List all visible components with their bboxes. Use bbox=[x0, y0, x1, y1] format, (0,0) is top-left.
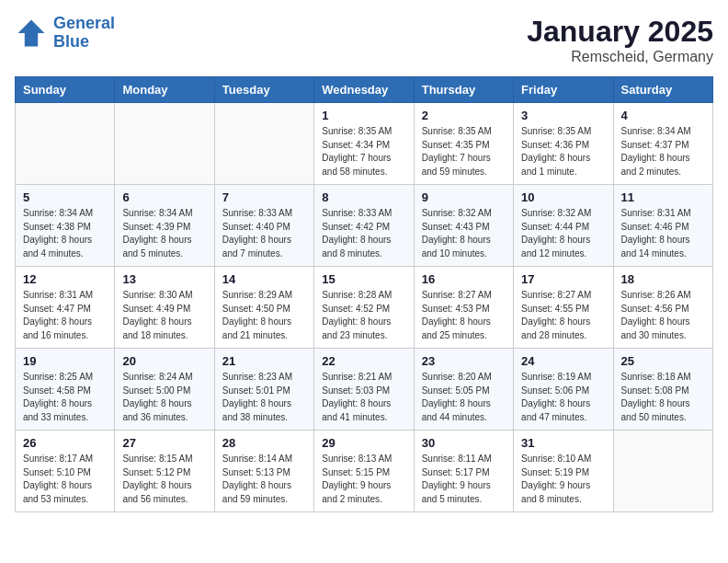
day-number: 13 bbox=[122, 272, 206, 286]
calendar-cell bbox=[16, 103, 115, 185]
day-number: 4 bbox=[621, 109, 705, 122]
calendar-cell: 7Sunrise: 8:33 AM Sunset: 4:40 PM Daylig… bbox=[214, 185, 313, 267]
calendar-cell: 18Sunrise: 8:26 AM Sunset: 4:56 PM Dayli… bbox=[613, 267, 712, 349]
calendar-week-1: 1Sunrise: 8:35 AM Sunset: 4:34 PM Daylig… bbox=[16, 103, 713, 185]
day-number: 31 bbox=[521, 436, 605, 450]
day-info: Sunrise: 8:11 AM Sunset: 5:17 PM Dayligh… bbox=[422, 453, 506, 506]
day-number: 3 bbox=[521, 109, 605, 122]
day-number: 15 bbox=[322, 272, 405, 286]
calendar-week-3: 12Sunrise: 8:31 AM Sunset: 4:47 PM Dayli… bbox=[16, 267, 713, 349]
day-info: Sunrise: 8:18 AM Sunset: 5:08 PM Dayligh… bbox=[621, 371, 705, 424]
day-info: Sunrise: 8:26 AM Sunset: 4:56 PM Dayligh… bbox=[621, 289, 705, 342]
day-number: 5 bbox=[23, 190, 107, 204]
calendar-title: January 2025 bbox=[527, 15, 713, 49]
calendar-cell: 19Sunrise: 8:25 AM Sunset: 4:58 PM Dayli… bbox=[16, 349, 115, 431]
day-info: Sunrise: 8:15 AM Sunset: 5:12 PM Dayligh… bbox=[122, 453, 206, 506]
calendar-cell: 25Sunrise: 8:18 AM Sunset: 5:08 PM Dayli… bbox=[613, 349, 712, 431]
day-number: 19 bbox=[23, 354, 107, 368]
day-header-wednesday: Wednesday bbox=[314, 77, 414, 103]
day-info: Sunrise: 8:21 AM Sunset: 5:03 PM Dayligh… bbox=[322, 371, 405, 424]
day-info: Sunrise: 8:35 AM Sunset: 4:36 PM Dayligh… bbox=[521, 125, 605, 178]
calendar-cell: 15Sunrise: 8:28 AM Sunset: 4:52 PM Dayli… bbox=[314, 267, 414, 349]
day-number: 28 bbox=[222, 436, 306, 450]
calendar-cell: 16Sunrise: 8:27 AM Sunset: 4:53 PM Dayli… bbox=[414, 267, 513, 349]
day-number: 11 bbox=[621, 190, 705, 204]
calendar-cell: 22Sunrise: 8:21 AM Sunset: 5:03 PM Dayli… bbox=[314, 349, 414, 431]
calendar-cell: 12Sunrise: 8:31 AM Sunset: 4:47 PM Dayli… bbox=[16, 267, 115, 349]
day-number: 25 bbox=[621, 354, 705, 368]
day-info: Sunrise: 8:32 AM Sunset: 4:44 PM Dayligh… bbox=[521, 207, 605, 260]
day-info: Sunrise: 8:35 AM Sunset: 4:35 PM Dayligh… bbox=[422, 125, 506, 178]
day-info: Sunrise: 8:34 AM Sunset: 4:38 PM Dayligh… bbox=[23, 207, 107, 260]
logo-name2: Blue bbox=[53, 32, 89, 51]
day-info: Sunrise: 8:27 AM Sunset: 4:53 PM Dayligh… bbox=[422, 289, 506, 342]
calendar-title-block: January 2025 Remscheid, Germany bbox=[527, 15, 713, 65]
day-number: 10 bbox=[521, 190, 605, 204]
calendar-cell: 27Sunrise: 8:15 AM Sunset: 5:12 PM Dayli… bbox=[115, 431, 214, 512]
day-number: 8 bbox=[322, 190, 405, 204]
calendar-cell bbox=[115, 103, 214, 185]
calendar-cell: 8Sunrise: 8:33 AM Sunset: 4:42 PM Daylig… bbox=[314, 185, 414, 267]
logo-text: General Blue bbox=[53, 15, 115, 52]
day-number: 1 bbox=[322, 109, 405, 122]
logo-icon bbox=[15, 17, 48, 50]
day-info: Sunrise: 8:33 AM Sunset: 4:42 PM Dayligh… bbox=[322, 207, 405, 260]
day-header-friday: Friday bbox=[514, 77, 613, 103]
day-info: Sunrise: 8:13 AM Sunset: 5:15 PM Dayligh… bbox=[322, 453, 405, 506]
day-number: 23 bbox=[422, 354, 506, 368]
calendar-cell: 23Sunrise: 8:20 AM Sunset: 5:05 PM Dayli… bbox=[414, 349, 513, 431]
day-info: Sunrise: 8:24 AM Sunset: 5:00 PM Dayligh… bbox=[122, 371, 206, 424]
day-info: Sunrise: 8:20 AM Sunset: 5:05 PM Dayligh… bbox=[422, 371, 506, 424]
day-header-tuesday: Tuesday bbox=[214, 77, 313, 103]
day-number: 2 bbox=[422, 109, 506, 122]
day-info: Sunrise: 8:33 AM Sunset: 4:40 PM Dayligh… bbox=[222, 207, 306, 260]
calendar-header-row: SundayMondayTuesdayWednesdayThursdayFrid… bbox=[16, 77, 713, 103]
day-info: Sunrise: 8:31 AM Sunset: 4:47 PM Dayligh… bbox=[23, 289, 107, 342]
day-number: 18 bbox=[621, 272, 705, 286]
day-info: Sunrise: 8:35 AM Sunset: 4:34 PM Dayligh… bbox=[322, 125, 405, 178]
day-number: 16 bbox=[422, 272, 506, 286]
calendar-cell: 24Sunrise: 8:19 AM Sunset: 5:06 PM Dayli… bbox=[514, 349, 613, 431]
day-header-monday: Monday bbox=[115, 77, 214, 103]
day-number: 14 bbox=[222, 272, 306, 286]
day-info: Sunrise: 8:17 AM Sunset: 5:10 PM Dayligh… bbox=[23, 453, 107, 506]
logo-name1: General bbox=[53, 14, 115, 32]
calendar-cell: 26Sunrise: 8:17 AM Sunset: 5:10 PM Dayli… bbox=[16, 431, 115, 512]
day-number: 26 bbox=[23, 436, 107, 450]
calendar-cell: 31Sunrise: 8:10 AM Sunset: 5:19 PM Dayli… bbox=[514, 431, 613, 512]
calendar-cell: 3Sunrise: 8:35 AM Sunset: 4:36 PM Daylig… bbox=[514, 103, 613, 185]
day-info: Sunrise: 8:14 AM Sunset: 5:13 PM Dayligh… bbox=[222, 453, 306, 506]
day-info: Sunrise: 8:10 AM Sunset: 5:19 PM Dayligh… bbox=[521, 453, 605, 506]
day-info: Sunrise: 8:25 AM Sunset: 4:58 PM Dayligh… bbox=[23, 371, 107, 424]
day-number: 30 bbox=[422, 436, 506, 450]
day-number: 6 bbox=[122, 190, 206, 204]
day-number: 22 bbox=[322, 354, 405, 368]
day-number: 20 bbox=[122, 354, 206, 368]
calendar-cell: 30Sunrise: 8:11 AM Sunset: 5:17 PM Dayli… bbox=[414, 431, 513, 512]
day-number: 29 bbox=[322, 436, 405, 450]
day-number: 21 bbox=[222, 354, 306, 368]
day-info: Sunrise: 8:19 AM Sunset: 5:06 PM Dayligh… bbox=[521, 371, 605, 424]
calendar-cell: 14Sunrise: 8:29 AM Sunset: 4:50 PM Dayli… bbox=[214, 267, 313, 349]
calendar-cell: 13Sunrise: 8:30 AM Sunset: 4:49 PM Dayli… bbox=[115, 267, 214, 349]
calendar-week-4: 19Sunrise: 8:25 AM Sunset: 4:58 PM Dayli… bbox=[16, 349, 713, 431]
day-info: Sunrise: 8:30 AM Sunset: 4:49 PM Dayligh… bbox=[122, 289, 206, 342]
calendar-cell bbox=[613, 431, 712, 512]
calendar-cell: 9Sunrise: 8:32 AM Sunset: 4:43 PM Daylig… bbox=[414, 185, 513, 267]
calendar-cell: 5Sunrise: 8:34 AM Sunset: 4:38 PM Daylig… bbox=[16, 185, 115, 267]
calendar-week-2: 5Sunrise: 8:34 AM Sunset: 4:38 PM Daylig… bbox=[16, 185, 713, 267]
page-header: General Blue January 2025 Remscheid, Ger… bbox=[15, 15, 713, 65]
calendar-cell: 4Sunrise: 8:34 AM Sunset: 4:37 PM Daylig… bbox=[613, 103, 712, 185]
day-header-sunday: Sunday bbox=[16, 77, 115, 103]
day-number: 27 bbox=[122, 436, 206, 450]
day-number: 12 bbox=[23, 272, 107, 286]
day-info: Sunrise: 8:23 AM Sunset: 5:01 PM Dayligh… bbox=[222, 371, 306, 424]
calendar-week-5: 26Sunrise: 8:17 AM Sunset: 5:10 PM Dayli… bbox=[16, 431, 713, 512]
calendar-cell: 10Sunrise: 8:32 AM Sunset: 4:44 PM Dayli… bbox=[514, 185, 613, 267]
calendar-subtitle: Remscheid, Germany bbox=[527, 49, 713, 65]
calendar-cell: 11Sunrise: 8:31 AM Sunset: 4:46 PM Dayli… bbox=[613, 185, 712, 267]
day-number: 17 bbox=[521, 272, 605, 286]
day-number: 9 bbox=[422, 190, 506, 204]
day-header-thursday: Thursday bbox=[414, 77, 513, 103]
calendar-cell: 1Sunrise: 8:35 AM Sunset: 4:34 PM Daylig… bbox=[314, 103, 414, 185]
